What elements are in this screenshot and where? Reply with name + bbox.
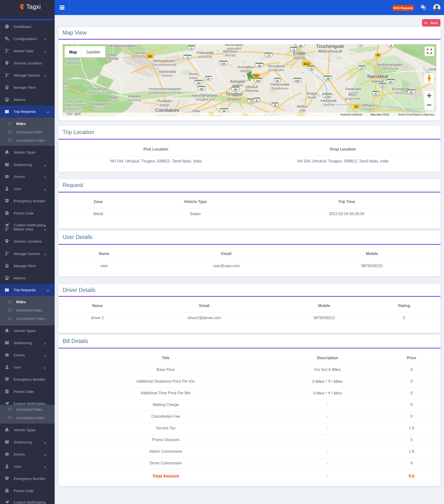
svg-text:QsiGriq: QsiGriq [323,103,334,106]
svg-text:Qurfwplwisersiunsnermlb: Qurfwplwisersiunsnermlb [149,91,181,94]
svg-text:Silent Valley: Silent Valley [65,99,85,103]
svg-text:Sanctuary: Sanctuary [65,61,81,65]
svg-text:Annur: Annur [189,72,198,76]
svg-text:Reserve Forest: Reserve Forest [88,90,113,94]
svg-text:181: 181 [148,55,152,58]
svg-text:Namakkal: Namakkal [367,74,388,79]
svg-text:o: o [69,111,72,116]
svg-text:ffbfQlrsiGanL(B: ffbfQlrsiGanL(B [318,49,342,53]
svg-text:Map: Map [69,50,77,54]
svg-text:Report a map error: Report a map error [413,113,434,116]
svg-text:172: 172 [250,100,253,103]
svg-text:Terms of Use: Terms of Use [398,113,413,116]
svg-text:Thudiyalur: Thudiyalur [156,99,172,103]
svg-text:172A: 172A [324,95,330,98]
svg-text:Senthamangalam: Senthamangalam [376,63,403,67]
svg-text:g: g [75,111,77,116]
svg-text:166: 166 [222,110,226,113]
svg-text:Chennimalai: Chennimalai [270,83,290,86]
svg-text:44: 44 [355,105,358,108]
svg-text:196: 196 [233,88,237,91]
svg-text:Kunnathur: Kunnathur [238,65,254,69]
svg-text:Coimbatore: Coimbatore [155,108,179,113]
svg-text:Muthur: Muthur [297,105,308,108]
svg-text:170: 170 [186,56,190,59]
svg-text:Perundurai: Perundurai [268,64,285,68]
svg-text:Nambiyur: Nambiyur [223,49,237,53]
svg-text:₹: ₹ [424,7,425,9]
svg-text:blDUlgit: blDUlgit [225,54,236,57]
svg-text:QunigasBm: QunigasBm [268,68,284,72]
svg-text:GmisanT: GmisanT [363,108,375,111]
svg-text:Mohanur: Mohanur [362,103,375,107]
svg-text:FFGTB: FFGTB [293,56,305,60]
svg-text:Udhagamandalam: Udhagamandalam [107,44,136,48]
svg-text:Kodumudi: Kodumudi [321,99,336,103]
svg-text:gmaswLlq: gmaswLlq [127,99,141,102]
svg-text:196: 196 [258,65,262,67]
svg-text:Qssiasaii: Qssiasaii [105,56,119,60]
svg-text:Anaikatti: Anaikatti [128,94,141,98]
svg-text:fleuflif: fleuflif [308,96,316,99]
svg-text:165: 165 [197,82,201,84]
svg-text:Ithalar: Ithalar [107,53,116,56]
svg-text:Sulur: Sulur [192,109,200,113]
svg-text:smiinoL: smiinoL [162,74,173,77]
svg-text:glqwgit: glqwgit [160,103,169,107]
svg-text:Uooili: Uooili [428,67,436,71]
svg-text:uyngl-Gmei: uyngl-Gmei [344,97,360,100]
svg-text:Attappadi: Attappadi [92,102,106,106]
svg-text:pnloceil: pnloceil [372,79,384,83]
svg-text:95: 95 [389,45,392,47]
svg-text:Uthukuli: Uthukuli [245,85,258,89]
svg-text:84: 84 [310,68,313,70]
svg-text:15A: 15A [221,62,225,65]
svg-text:79: 79 [359,44,362,47]
svg-text:Agali: Agali [110,95,117,99]
svg-text:15: 15 [190,47,193,50]
svg-text:161: 161 [389,81,393,84]
svg-text:95: 95 [374,93,377,95]
svg-text:kundu: kundu [62,82,69,85]
svg-text:BmibiyiT: BmibiyiT [227,97,241,101]
svg-text:Mettupalayam: Mettupalayam [153,59,175,63]
svg-text:Paramathi: Paramathi [346,87,361,91]
svg-text:83A: 83A [295,80,300,82]
svg-text:G: G [66,111,69,116]
svg-text:mfanii: mfanii [189,76,198,80]
svg-text:efsiai: efsiai [62,86,68,89]
svg-text:Pefefefiall: Pefefefiall [245,89,258,92]
svg-text:Satellite: Satellite [86,50,100,54]
svg-text:GTGoTIU: GTGoTIU [132,55,147,58]
svg-text:Map data ©2022: Map data ©2022 [371,113,389,116]
svg-text:Karamadai: Karamadai [159,70,176,73]
svg-text:GnLlciIuneneimlb: GnLlciIuneneimlb [152,63,176,67]
svg-text:Muhampally: Muhampally [225,44,243,47]
svg-text:Sivagiri: Sivagiri [306,91,317,95]
svg-text:381A: 381A [303,62,309,65]
svg-text:96: 96 [276,80,279,82]
svg-text:81: 81 [255,99,258,102]
svg-text:National Park: National Park [64,103,86,107]
svg-text:544: 544 [254,74,258,77]
svg-text:19A: 19A [256,80,260,82]
svg-text:25: 25 [381,85,384,88]
svg-text:44: 44 [376,54,379,56]
svg-text:Tiruchengode: Tiruchengode [316,44,345,49]
svg-text:80: 80 [207,78,210,80]
svg-text:ylfgit: ylfgit [299,108,306,112]
svg-text:15: 15 [292,49,295,51]
svg-text:Gfbfmarisold: Gfbfmarisold [381,67,398,70]
svg-text:94: 94 [360,67,363,70]
svg-text:Avinashi: Avinashi [230,79,245,84]
svg-text:smiLgbsiLuLlq: smiLgbsiLuLlq [195,98,215,101]
svg-text:Tiruppur: Tiruppur [226,91,243,97]
svg-text:Coonoor: Coonoor [133,51,146,55]
svg-text:Puliampatti: Puliampatti [197,51,213,55]
svg-text:Qlefaflnimso: Qlefaflnimso [271,87,288,90]
svg-text:Attappadi: Attappadi [92,87,107,91]
svg-text:Periyanaickenpalayam: Periyanaickenpalayam [149,87,181,91]
svg-text:173: 173 [267,54,271,57]
svg-text:Karumathampatti: Karumathampatti [193,93,218,97]
svg-text:misefl: misefl [110,99,118,103]
